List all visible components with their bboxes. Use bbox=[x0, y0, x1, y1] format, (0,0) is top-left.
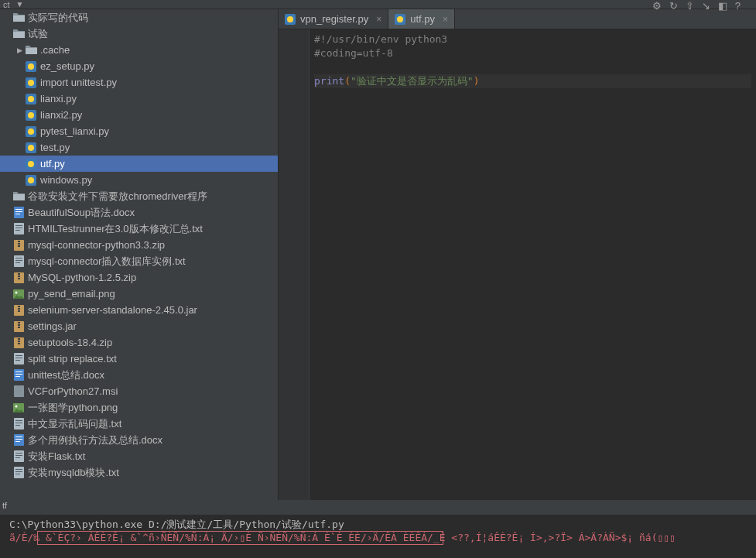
sync-icon[interactable]: ↻ bbox=[669, 0, 678, 12]
tree-item[interactable]: lianxi2.py bbox=[0, 107, 278, 123]
txt-icon bbox=[12, 255, 25, 268]
svg-rect-35 bbox=[18, 322, 20, 324]
tree-item[interactable]: selenium-server-standalone-2.45.0.jar bbox=[0, 302, 278, 318]
svg-rect-22 bbox=[15, 260, 22, 261]
tree-item[interactable]: ez_setup.py bbox=[0, 58, 278, 74]
tree-item[interactable]: mysql-connector-python3.3.zip bbox=[0, 237, 278, 253]
svg-rect-53 bbox=[14, 418, 24, 430]
tree-item[interactable]: unittest总结.docx bbox=[0, 367, 278, 383]
tree-item[interactable]: utf.py bbox=[0, 156, 278, 172]
tree-item[interactable]: 实际写的代码 bbox=[0, 9, 278, 26]
tree-item[interactable]: HTMILTestrunner在3.0版本修改汇总.txt bbox=[0, 221, 278, 237]
svg-rect-46 bbox=[14, 369, 24, 381]
svg-rect-36 bbox=[18, 324, 20, 326]
svg-rect-47 bbox=[15, 371, 22, 372]
svg-rect-41 bbox=[18, 343, 20, 344]
tree-item[interactable]: MySQL-python-1.2.5.zip bbox=[0, 269, 278, 286]
tree-item[interactable]: 安装mysqldb模块.txt bbox=[0, 464, 278, 481]
svg-rect-26 bbox=[18, 276, 20, 277]
top-bar: ct ▼ bbox=[0, 0, 756, 9]
svg-rect-21 bbox=[15, 258, 22, 258]
tree-item-label: .cache bbox=[40, 44, 70, 56]
tree-item-label: 实际写的代码 bbox=[28, 11, 88, 25]
svg-rect-58 bbox=[15, 436, 22, 437]
tree-item[interactable]: 谷歌安装文件下需要放chromedriver程序 bbox=[0, 188, 278, 204]
svg-rect-43 bbox=[15, 355, 22, 356]
tree-item[interactable]: lianxi.py bbox=[0, 91, 278, 107]
tree-item-label: mysql-connector-python3.3.zip bbox=[28, 239, 165, 251]
txt-icon bbox=[12, 418, 25, 430]
tab-label: vpn_register.py bbox=[300, 13, 368, 25]
tree-item[interactable]: settings.jar bbox=[0, 318, 278, 334]
editor-area: vpn_register.py×utf.py× #!/usr/bin/env p… bbox=[279, 9, 756, 500]
svg-rect-60 bbox=[15, 441, 20, 442]
svg-rect-44 bbox=[15, 358, 22, 358]
tree-item-label: 安装mysqldb模块.txt bbox=[28, 466, 119, 480]
tree-item[interactable]: mysql-connector插入数据库实例.txt bbox=[0, 253, 278, 269]
tree-item[interactable]: setuptools-18.4.zip bbox=[0, 334, 278, 351]
svg-rect-55 bbox=[15, 423, 22, 423]
tree-item[interactable]: 多个用例执行方法及总结.docx bbox=[0, 432, 278, 448]
doc-icon bbox=[12, 369, 25, 382]
svg-rect-57 bbox=[14, 434, 24, 446]
editor-tab[interactable]: vpn_register.py× bbox=[279, 9, 388, 29]
svg-rect-8 bbox=[14, 207, 24, 218]
tree-item-label: 多个用例执行方法及总结.docx bbox=[28, 433, 162, 447]
py-icon bbox=[25, 158, 37, 170]
code-editor[interactable]: #!/usr/bin/env python3 #coding=utf-8 pri… bbox=[310, 29, 756, 500]
editor-tab[interactable]: utf.py× bbox=[388, 9, 455, 29]
console-tab[interactable]: tf bbox=[0, 501, 756, 515]
close-icon[interactable]: × bbox=[443, 14, 448, 25]
folder-icon bbox=[12, 12, 25, 24]
svg-rect-23 bbox=[15, 262, 20, 263]
zip-icon bbox=[12, 337, 25, 349]
svg-rect-37 bbox=[18, 327, 20, 328]
svg-rect-68 bbox=[15, 474, 20, 474]
py-icon bbox=[25, 77, 37, 89]
tree-item[interactable]: import unittest.py bbox=[0, 74, 278, 91]
svg-rect-17 bbox=[18, 241, 20, 242]
folder-icon bbox=[25, 44, 37, 56]
svg-rect-63 bbox=[15, 455, 22, 456]
tree-item[interactable]: 中文显示乱码问题.txt bbox=[0, 416, 278, 432]
chevron-down-icon[interactable]: ▼ bbox=[16, 0, 24, 9]
tree-item-label: utf.py bbox=[40, 158, 65, 169]
svg-rect-48 bbox=[15, 374, 22, 375]
tree-item[interactable]: ▶.cache bbox=[0, 42, 278, 58]
tree-item-label: setuptools-18.4.zip bbox=[28, 337, 112, 348]
tree-item-label: windows.py bbox=[40, 174, 92, 186]
svg-rect-9 bbox=[15, 209, 22, 210]
gear-icon[interactable]: ⚙ bbox=[652, 0, 662, 12]
tree-item[interactable]: VCForPython27.msi bbox=[0, 383, 278, 399]
upload-icon[interactable]: ⇧ bbox=[686, 0, 694, 12]
tree-item-label: unittest总结.docx bbox=[28, 368, 104, 382]
download-icon[interactable]: ↘ bbox=[702, 0, 710, 12]
help-icon[interactable]: ? bbox=[735, 0, 741, 12]
file-icon bbox=[12, 385, 25, 398]
tree-item-label: lianxi.py bbox=[40, 93, 77, 104]
tree-item[interactable]: 一张图学python.png bbox=[0, 399, 278, 416]
tree-item[interactable]: 安装Flask.txt bbox=[0, 448, 278, 464]
tree-item-label: mysql-connector插入数据库实例.txt bbox=[28, 255, 186, 269]
svg-rect-64 bbox=[15, 457, 20, 458]
tree-item[interactable]: test.py bbox=[0, 139, 278, 156]
console-output[interactable]: C:\Python33\python.exe D:/测试建立/工具/Python… bbox=[0, 515, 756, 558]
tree-item[interactable]: py_send_email.png bbox=[0, 286, 278, 302]
svg-rect-11 bbox=[15, 214, 20, 214]
tree-item[interactable]: split strip replace.txt bbox=[0, 351, 278, 367]
tree-item[interactable]: pytest_lianxi.py bbox=[0, 123, 278, 139]
tree-item[interactable]: BeautifulSoup语法.docx bbox=[0, 204, 278, 221]
code-line-2: #coding=utf-8 bbox=[314, 47, 393, 59]
tree-item-label: import unittest.py bbox=[40, 77, 117, 88]
txt-icon bbox=[12, 353, 25, 365]
project-tree[interactable]: 实际写的代码试验▶.cacheez_setup.pyimport unittes… bbox=[0, 9, 279, 500]
tree-item-label: lianxi2.py bbox=[40, 109, 82, 121]
tree-item[interactable]: 试验 bbox=[0, 26, 278, 42]
svg-rect-10 bbox=[15, 211, 22, 212]
py-icon bbox=[395, 14, 405, 25]
expand-arrow-icon[interactable]: ▶ bbox=[14, 46, 25, 54]
svg-rect-14 bbox=[15, 228, 22, 228]
tree-item[interactable]: windows.py bbox=[0, 172, 278, 188]
split-icon[interactable]: ◧ bbox=[718, 0, 727, 12]
close-icon[interactable]: × bbox=[376, 14, 381, 25]
